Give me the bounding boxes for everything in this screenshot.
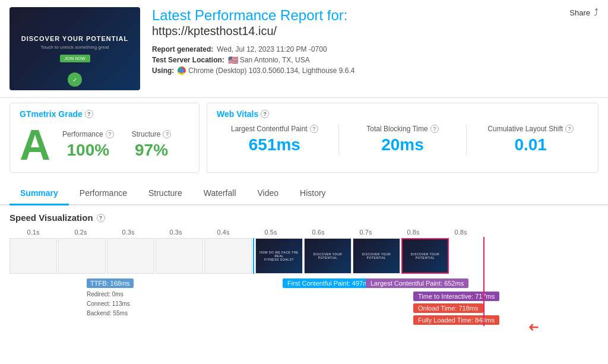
- lcp-marker: Largest Contentful Paint: 652ms: [366, 278, 468, 288]
- cls-help-icon[interactable]: ?: [565, 125, 574, 133]
- timeline-ruler: 0.1s 0.2s 0.3s 0.3s 0.4s 0.5s 0.6s 0.7s …: [10, 229, 598, 236]
- frame-6-content: DISCOVER YOUR POTENTIAL: [305, 252, 351, 259]
- tab-structure[interactable]: Structure: [138, 182, 193, 205]
- structure-metric: Structure ? 97%: [132, 130, 172, 160]
- tab-performance[interactable]: Performance: [69, 182, 138, 205]
- meta-using-value: Chrome (Desktop) 103.0.5060.134, Lightho…: [188, 67, 354, 75]
- arrow-icon: ➜: [528, 319, 539, 335]
- tti-label: Time to Interactive: 717ms: [413, 292, 499, 301]
- vitals-metrics: Largest Contentful Paint ? 651ms Total B…: [217, 125, 588, 154]
- speed-title: Speed Visualization ?: [10, 213, 598, 223]
- ruler-1: 0.2s: [57, 229, 104, 236]
- tbt-metric: Total Blocking Time ? 20ms: [345, 125, 461, 154]
- tab-waterfall[interactable]: Waterfall: [193, 182, 247, 205]
- share-button[interactable]: Share ⤴: [569, 7, 598, 18]
- grade-letter: A: [20, 124, 50, 166]
- structure-help-icon[interactable]: ?: [163, 130, 171, 138]
- connect-detail: Connect: 113ms: [87, 299, 134, 309]
- meta-generated-value: Wed, Jul 12, 2023 11:20 PM -0700: [217, 45, 327, 53]
- ruler-5: 0.5s: [247, 229, 294, 236]
- ruler-9: 0.8s: [437, 229, 484, 236]
- frame-row: HOW DO WE FACE THE REALFITNESS GOALS? DI…: [10, 238, 598, 274]
- ruler-7: 0.7s: [342, 229, 390, 236]
- tab-summary[interactable]: Summary: [10, 182, 69, 205]
- meta-server-value: San Antonio, TX, USA: [240, 56, 310, 64]
- vitals-title: Web Vitals ?: [217, 109, 588, 119]
- share-label: Share: [569, 8, 590, 17]
- vitals-divider-2: [466, 125, 467, 154]
- ttfb-marker: TTFB: 168ms Redirect: 0ms Connect: 113ms…: [87, 278, 134, 318]
- header-info: Latest Performance Report for: https://k…: [140, 7, 598, 90]
- speed-help-icon[interactable]: ?: [97, 214, 105, 222]
- cls-value: 0.01: [473, 135, 588, 154]
- performance-help-icon[interactable]: ?: [106, 130, 114, 138]
- lcp-metric: Largest Contentful Paint ? 651ms: [217, 125, 332, 154]
- vitals-title-text: Web Vitals: [217, 109, 258, 119]
- report-url: https://kptesthost14.icu/: [152, 24, 598, 38]
- grade-box: GTmetrix Grade ? A Performance ? 100% St…: [10, 103, 200, 173]
- tbt-help-icon[interactable]: ?: [430, 125, 439, 133]
- backend-detail: Backend: 55ms: [87, 309, 134, 318]
- frame-2: [107, 238, 154, 274]
- ruler-2: 0.3s: [104, 229, 152, 236]
- lcp-vertical-line: [483, 237, 484, 326]
- chrome-inner: [179, 68, 184, 73]
- frame-8: DISCOVER YOUR POTENTIAL: [401, 238, 449, 274]
- frame-4: [204, 238, 252, 274]
- tab-history[interactable]: History: [289, 182, 337, 205]
- tab-video[interactable]: Video: [247, 182, 290, 205]
- redirect-detail: Redirect: 0ms: [87, 290, 134, 299]
- meta-generated: Report generated: Wed, Jul 12, 2023 11:2…: [152, 45, 598, 53]
- frame-5-content: HOW DO WE FACE THE REALFITNESS GOALS?: [256, 251, 302, 261]
- grade-help-icon[interactable]: ?: [85, 110, 93, 118]
- structure-label: Structure ?: [132, 130, 172, 138]
- lcp-label: Largest Contentful Paint: 652ms: [366, 278, 468, 288]
- onload-label: Onload Time: 718ms: [413, 303, 483, 313]
- chrome-icon: [178, 67, 186, 75]
- ruler-8: 0.8s: [390, 229, 437, 236]
- meta-using-label: Using:: [152, 67, 174, 75]
- frame-1: [58, 238, 106, 274]
- fcp-marker: First Contentful Paint: 497ms: [283, 278, 376, 288]
- grade-metrics: Performance ? 100% Structure ? 97%: [62, 130, 171, 160]
- lcp-label: Largest Contentful Paint ?: [217, 125, 332, 133]
- structure-value: 97%: [132, 141, 172, 160]
- frame-3: [156, 238, 203, 274]
- vitals-help-icon[interactable]: ?: [261, 110, 269, 118]
- lcp-value: 651ms: [217, 135, 332, 154]
- thumbnail-badge: ✓: [68, 72, 82, 87]
- grade-section-title: GTmetrix Grade ?: [20, 109, 189, 119]
- frame-8-content: DISCOVER YOUR POTENTIAL: [403, 252, 448, 259]
- speed-section: Speed Visualization ? 0.1s 0.2s 0.3s 0.3…: [0, 205, 608, 345]
- ruler-3: 0.3s: [152, 229, 200, 236]
- fcp-line-indicator: [253, 238, 254, 274]
- frame-5: HOW DO WE FACE THE REALFITNESS GOALS?: [255, 238, 303, 274]
- grade-title-text: GTmetrix Grade: [20, 109, 83, 119]
- share-icon: ⤴: [594, 7, 598, 18]
- thumbnail-cta: JOIN NOW: [60, 55, 90, 62]
- frame-7: DISCOVER YOUR POTENTIAL: [353, 238, 400, 274]
- thumbnail-headline: DISCOVER YOUR POTENTIAL: [21, 35, 128, 42]
- speed-title-text: Speed Visualization: [10, 213, 93, 223]
- ruler-0: 0.1s: [10, 229, 57, 236]
- performance-label: Performance ?: [62, 130, 114, 138]
- performance-metric: Performance ? 100%: [62, 130, 114, 160]
- web-vitals-box: Web Vitals ? Largest Contentful Paint ? …: [207, 103, 598, 173]
- frame-7-content: DISCOVER YOUR POTENTIAL: [353, 252, 400, 259]
- lcp-help-icon[interactable]: ?: [310, 125, 318, 133]
- ttfb-label: TTFB: 168ms: [87, 278, 134, 288]
- meta-server-label: Test Server Location:: [152, 56, 224, 64]
- grade-content: A Performance ? 100% Structure ? 97%: [20, 124, 189, 166]
- ttfb-details: Redirect: 0ms Connect: 113ms Backend: 55…: [87, 290, 134, 318]
- frame-0: [10, 238, 57, 274]
- flag-icon: 🇺🇸: [228, 55, 238, 65]
- meta-server: Test Server Location: 🇺🇸 San Antonio, TX…: [152, 55, 598, 65]
- tbt-label: Total Blocking Time ?: [345, 125, 461, 133]
- tabs-row: Summary Performance Structure Waterfall …: [0, 182, 608, 205]
- site-thumbnail: DISCOVER YOUR POTENTIAL Touch to unlock …: [10, 7, 140, 90]
- meta-using: Using: Chrome (Desktop) 103.0.5060.134, …: [152, 67, 598, 75]
- metrics-row: GTmetrix Grade ? A Performance ? 100% St…: [0, 98, 608, 178]
- frame-6: DISCOVER YOUR POTENTIAL: [304, 238, 352, 274]
- tbt-value: 20ms: [345, 135, 461, 154]
- header-section: DISCOVER YOUR POTENTIAL Touch to unlock …: [0, 0, 608, 98]
